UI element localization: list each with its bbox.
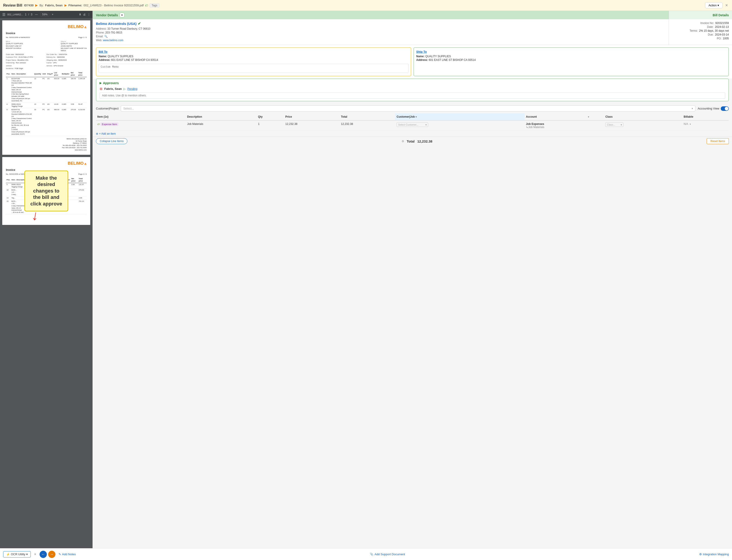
customer-job-cell: Select Customer... ▾: [395, 120, 524, 131]
ship-to-addr: Ship to: QUALITY SUPPLIES JOHN SMITH 601…: [61, 41, 87, 52]
vendor-bill-row: Belimo Aircontrols (USA) ✔ Address: 33 T…: [93, 19, 732, 45]
customer-project-select[interactable]: Select... ▾: [121, 105, 695, 112]
sort-icon: ▾: [415, 116, 417, 118]
approvers-expand-icon[interactable]: ▶: [100, 81, 102, 85]
line-items: Item (1x) Description Qty Price Total Cu…: [93, 113, 732, 137]
pdf-zoom-value: 59%: [42, 13, 48, 16]
pdf-menu-icon[interactable]: ☰: [2, 12, 5, 17]
col-account-sort: ▾: [586, 113, 604, 120]
add-item-btn[interactable]: ⊕ + Add an item: [96, 131, 729, 137]
nav-arrows: ← →: [40, 551, 55, 558]
invoice-line-table: Pos. Item - Description Quantity Unit Or…: [6, 71, 87, 136]
vendor-email: Email: 🔍: [96, 35, 665, 38]
accounting-view-toggle[interactable]: [721, 106, 729, 111]
pdf-print-icon[interactable]: 🖨: [83, 13, 86, 16]
bill-to-addr: Bill to: QUALITY SUPPLIES 601 EAST LINE …: [6, 41, 23, 52]
pdf-page-1: BELIMO 🔥 Invoice No. 920321559 of 08/06/…: [2, 20, 90, 155]
customer-project-placeholder: Select...: [123, 107, 134, 110]
approver-status[interactable]: Pending: [127, 87, 137, 91]
add-notes-btn[interactable]: ✎ Add Notes: [59, 553, 76, 556]
col-item: Item (1x): [96, 113, 186, 120]
bill-to-box: Bill To Name: QUALITY SUPPLIES Address: …: [96, 47, 411, 76]
accounting-view-label: Accounting View: [698, 107, 719, 110]
approver-reject-icon: ⊗: [100, 87, 103, 91]
header-filename-value: 002_LHW623 - Belimo Invoice 920321559.pd…: [84, 4, 144, 7]
class-select[interactable]: Class... ▾: [605, 122, 623, 127]
date-row: Date: 2024-02-13: [672, 25, 729, 29]
logo-flame: 🔥: [84, 26, 87, 29]
item-type-cell: 🏷 Expense Item: [96, 120, 186, 131]
ocr-close-icon[interactable]: ✕: [34, 553, 36, 556]
ship-to-address: Address: 601 EAST LINE ST BISHOP CA 9351…: [416, 58, 726, 62]
customer-job-select[interactable]: Select Customer... ▾: [396, 122, 428, 127]
pdf-zoom-plus[interactable]: +: [51, 13, 54, 16]
vendor-dropdown-btn[interactable]: ▾: [120, 13, 124, 17]
table-row: 5 B220HT731+LF24-SR USReorder# B2BAS6+LF…: [6, 108, 87, 136]
nav-forward-btn[interactable]: →: [48, 551, 55, 558]
email-search-icon[interactable]: 🔍: [104, 35, 108, 38]
pdf-more-icon[interactable]: ⋮: [88, 13, 90, 16]
invoice-no-row: No. 920321559 of 08/06/2023 Page 1 / 3: [6, 36, 87, 39]
approvers-title: ▶ Approvers: [100, 81, 725, 85]
invoice-footer-addr: Belimo Aircontrols (USA) Inc 33 Turner R…: [6, 138, 87, 151]
line-items-table: Item (1x) Description Qty Price Total Cu…: [96, 113, 729, 131]
col-billable: Billable: [682, 113, 729, 120]
class-chevron: ▾: [621, 124, 622, 126]
approver-notes-input[interactable]: [100, 92, 725, 99]
approver-arrow-icon: ▷: [124, 87, 126, 91]
header-arrow2: ▶: [64, 4, 67, 7]
bill-to-title[interactable]: Bill To: [99, 50, 408, 53]
account-sub: ↳Job Materials: [526, 126, 603, 129]
bill-to-address: Address: 601 EAST LINE ST BISHOP CA 9351…: [99, 58, 408, 62]
vendor-details-header-row: Vendor Details ▾ Bill Details: [93, 11, 732, 19]
total-amount: 12,232.38: [417, 139, 432, 143]
ship-to-title[interactable]: Ship To: [416, 50, 726, 53]
accounting-view: Accounting View: [698, 106, 729, 111]
billable-cell: N/A ▾: [682, 120, 729, 131]
customer-project-label: Customer|Project: [96, 107, 119, 110]
logo-text: BELIMO: [68, 24, 84, 29]
reset-items-btn[interactable]: Reset Items: [707, 138, 729, 144]
header-id: ID7430: [24, 4, 33, 7]
expense-badge: Expense Item: [100, 122, 118, 126]
invoice-logo-2: BELIMO 🔥: [6, 161, 87, 166]
pdf-download-icon[interactable]: ⬇: [79, 13, 81, 16]
billable-value: N/A: [684, 122, 688, 126]
address-row: Bill To Name: QUALITY SUPPLIES Address: …: [93, 45, 732, 79]
header-arrow1: ▶: [35, 4, 38, 7]
add-support-doc-btn[interactable]: 📎 Add Support Document: [370, 553, 405, 556]
invoice-no: No. 920321559 of 08/06/2023: [6, 36, 30, 39]
col-qty: Qty: [257, 113, 284, 120]
pdf-zoom-control: 59%: [41, 12, 49, 17]
due-row: Due: 2024-03-14: [672, 33, 729, 36]
total-section: ⊙ Total 12,232.38: [402, 139, 432, 143]
total-cell: 12,232.38: [340, 120, 395, 131]
price-cell[interactable]: 12,232.38: [284, 120, 340, 131]
ocr-utility-btn[interactable]: ⚡ OCR Utility ▾: [3, 551, 31, 558]
header: Review Bill ID7430 ▶ By: Fabris, Sean ▶ …: [0, 0, 732, 11]
vendor-details-header: Vendor Details ▾: [93, 11, 669, 19]
memo-input[interactable]: [99, 64, 408, 73]
description-cell[interactable]: Job Materials: [186, 120, 257, 131]
class-cell: Class... ▾: [604, 120, 682, 131]
ship-to-name: Name: QUALITY SUPPLIES: [416, 55, 726, 58]
header-tags[interactable]: Tags: [150, 3, 159, 7]
close-button[interactable]: ×: [724, 3, 729, 8]
header-tag-icon: 🏷: [145, 4, 148, 7]
integration-mapping-btn[interactable]: ⚙ Integration Mapping: [699, 553, 729, 556]
col-customer-job: Customer|Job ▾: [395, 113, 524, 120]
nav-back-btn[interactable]: ←: [40, 551, 47, 558]
pdf-page-2: BELIMO 🔥 Invoice No. 920321559 of 08/06/…: [2, 157, 90, 225]
collapse-line-items-btn[interactable]: Collapse Line Items: [96, 138, 127, 144]
vendor-dropdown-icon: ▾: [121, 13, 123, 17]
pdf-zoom-minus[interactable]: —: [34, 13, 39, 16]
pdf-content: BELIMO 🔥 Invoice No. 920321559 of 08/06/…: [0, 18, 93, 548]
table-row: 4 99981-00101Tagging Charge 13 PC US 14.…: [6, 102, 87, 108]
invoice-logo: BELIMO 🔥: [6, 24, 87, 30]
arrow-indicator: ↓: [30, 206, 40, 225]
line-item-row: 🏷 Expense Item Job Materials 1 12,232.38…: [96, 120, 729, 131]
customer-project-row: Customer|Project Select... ▾ Accounting …: [93, 104, 732, 113]
action-button[interactable]: Action ▾: [705, 2, 722, 8]
qty-cell[interactable]: 1: [257, 120, 284, 131]
pdf-page-sep: /: [28, 13, 29, 16]
